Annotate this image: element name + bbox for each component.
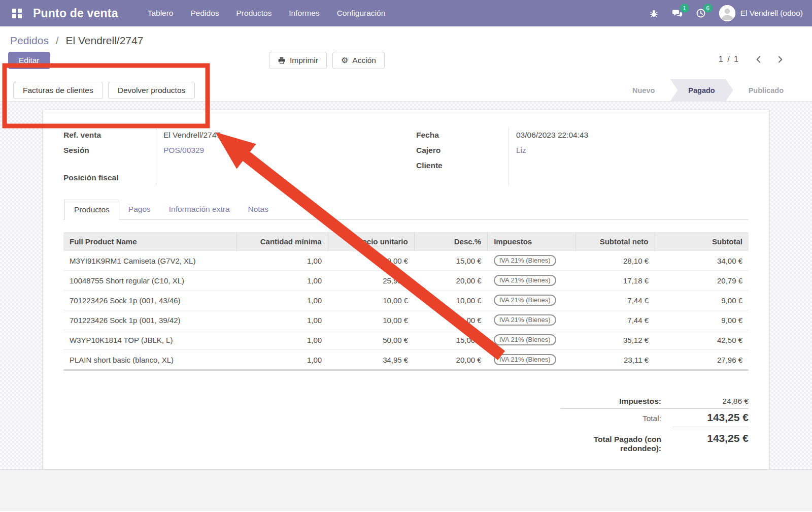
cajero-value-link[interactable]: Liz (516, 146, 526, 155)
breadcrumb-pedidos-link[interactable]: Pedidos (10, 35, 49, 46)
col-header-disc[interactable]: Desc.% (414, 232, 487, 251)
order-lines-body: M3YI91K9RM1 Camiseta (G7V2, XL) 1,00 40,… (63, 251, 749, 370)
col-header-taxes[interactable]: Impuestos (488, 232, 576, 251)
cell-product: 701223426 Sock 1p (001, 43/46) (63, 291, 237, 310)
breadcrumb-current: El Vendrell/2747 (65, 35, 143, 46)
cell-net: 23,11 € (576, 350, 655, 370)
user-menu[interactable]: El Vendrell (odoo) (719, 5, 803, 21)
cell-disc: 20,00 € (414, 350, 487, 370)
table-row[interactable]: PLAIN short basic (blanco, XL) 1,00 34,9… (63, 350, 749, 370)
tab-informacion-extra[interactable]: Información extra (160, 200, 239, 220)
cell-price: 10,00 € (328, 291, 414, 310)
edit-button[interactable]: Editar (8, 52, 50, 69)
cell-product: 701223426 Sock 1p (001, 39/42) (63, 310, 237, 330)
paid-total-row: Total Pagado (con redondeo): 143,25 € (561, 430, 749, 456)
menu-tablero[interactable]: Tablero (148, 9, 174, 18)
cell-taxes: IVA 21% (Bienes) (488, 350, 576, 370)
cell-price: 10,00 € (328, 310, 414, 330)
cell-disc: 10,00 € (414, 310, 487, 330)
col-header-net[interactable]: Subtotal neto (576, 232, 655, 251)
cell-disc: 15,00 € (414, 251, 487, 271)
main-menu: Tablero Pedidos Productos Informes Confi… (148, 9, 386, 18)
posicion-fiscal-label: Posición fiscal (63, 173, 119, 182)
order-lines-header: Full Product Name Cantidad mínima Precio… (63, 232, 749, 251)
tax-badge: IVA 21% (Bienes) (494, 314, 556, 326)
sesion-value-link[interactable]: POS/00329 (163, 146, 204, 155)
notebook-tabs: Productos Pagos Información extra Notas (63, 200, 749, 220)
cell-net: 17,18 € (576, 271, 655, 291)
cell-net: 35,12 € (576, 330, 655, 350)
cell-taxes: IVA 21% (Bienes) (488, 291, 576, 310)
tab-productos[interactable]: Productos (64, 200, 119, 220)
table-row[interactable]: 701223426 Sock 1p (001, 43/46) 1,00 10,0… (63, 291, 749, 310)
pager-count: 1 / 1 (719, 55, 739, 64)
pager-next-icon[interactable] (776, 55, 784, 63)
menu-productos[interactable]: Productos (236, 9, 272, 18)
cell-disc: 20,00 € (414, 271, 487, 291)
activities-badge: 6 (703, 4, 713, 13)
navbar-right: 1 6 El Vendrell (odoo) (649, 5, 803, 21)
cell-product: M3YI91K9RM1 Camiseta (G7V2, XL) (63, 251, 237, 271)
stage-pagado[interactable]: Pagado (670, 79, 733, 102)
table-row[interactable]: M3YI91K9RM1 Camiseta (G7V2, XL) 1,00 40,… (63, 251, 749, 271)
printer-icon (278, 56, 286, 65)
menu-informes[interactable]: Informes (289, 9, 319, 18)
col-header-qty[interactable]: Cantidad mínima (237, 232, 328, 251)
cell-subtotal: 42,50 € (655, 330, 749, 350)
fecha-value: 03/06/2023 22:04:43 (516, 131, 588, 140)
tab-notas[interactable]: Notas (239, 200, 278, 220)
messages-badge: 1 (680, 4, 689, 13)
customer-invoices-button[interactable]: Facturas de clientes (13, 82, 103, 99)
page-footer (0, 469, 812, 511)
col-header-product[interactable]: Full Product Name (63, 232, 237, 251)
tax-badge: IVA 21% (Bienes) (494, 295, 556, 306)
cell-qty: 1,00 (237, 291, 328, 310)
cell-taxes: IVA 21% (Bienes) (488, 251, 576, 271)
tax-badge: IVA 21% (Bienes) (494, 334, 556, 345)
cell-product: 10048755 Short regular (C10, XL) (63, 271, 237, 291)
action-button[interactable]: ⚙ Acción (332, 52, 385, 69)
menu-pedidos[interactable]: Pedidos (191, 9, 219, 18)
control-panel: Pedidos / El Vendrell/2747 Editar Imprim… (0, 26, 812, 102)
cell-net: 7,44 € (576, 291, 655, 310)
grand-total-label: Total: (561, 414, 672, 423)
tab-pagos[interactable]: Pagos (119, 200, 160, 220)
cell-disc: 10,00 € (414, 291, 487, 310)
ref-venta-label: Ref. venta (63, 131, 101, 140)
cell-subtotal: 9,00 € (655, 291, 749, 310)
field-group-right: Fecha Cajero Cliente 03/06/2023 22:04:43… (416, 127, 749, 185)
table-row[interactable]: 701223426 Sock 1p (001, 39/42) 1,00 10,0… (63, 310, 749, 330)
field-group-left: Ref. venta Sesión Posición fiscal El Ven… (63, 127, 376, 185)
cell-qty: 1,00 (237, 251, 328, 271)
pos-order-form-page: Punto de venta Tablero Pedidos Productos… (0, 0, 812, 512)
stage-publicado[interactable]: Publicado (733, 79, 799, 102)
col-header-subtotal[interactable]: Subtotal (655, 232, 749, 251)
breadcrumb: Pedidos / El Vendrell/2747 (0, 33, 812, 51)
bug-icon (649, 9, 659, 18)
cell-price: 25,99 € (328, 271, 414, 291)
table-row[interactable]: 10048755 Short regular (C10, XL) 1,00 25… (63, 271, 749, 291)
activities-button[interactable]: 6 (696, 8, 706, 18)
cell-net: 7,44 € (576, 310, 655, 330)
cell-product: W3YP10K1814 TOP (JBLK, L) (63, 330, 237, 350)
order-lines-table: Full Product Name Cantidad mínima Precio… (63, 232, 749, 371)
debug-bug-icon[interactable] (649, 9, 659, 18)
cliente-label: Cliente (416, 161, 443, 170)
user-name: El Vendrell (odoo) (740, 9, 803, 18)
taxes-total-row: Impuestos: 24,86 € (561, 394, 749, 408)
cell-subtotal: 34,00 € (655, 251, 749, 271)
col-header-price[interactable]: Precio unitario (328, 232, 414, 251)
user-avatar (719, 5, 735, 21)
menu-configuracion[interactable]: Configuración (337, 9, 386, 18)
messages-button[interactable]: 1 (672, 8, 683, 19)
stage-nuevo[interactable]: Nuevo (617, 79, 670, 102)
cell-subtotal: 20,79 € (655, 271, 749, 291)
app-title[interactable]: Punto de venta (33, 7, 118, 20)
pager-previous-icon[interactable] (755, 55, 763, 63)
return-products-button[interactable]: Devolver productos (108, 82, 195, 99)
tax-badge: IVA 21% (Bienes) (494, 255, 556, 266)
apps-menu-icon[interactable] (12, 9, 22, 18)
pager: 1 / 1 (719, 55, 784, 64)
print-button[interactable]: Imprimir (269, 52, 327, 69)
table-row[interactable]: W3YP10K1814 TOP (JBLK, L) 1,00 50,00 € 1… (63, 330, 749, 350)
